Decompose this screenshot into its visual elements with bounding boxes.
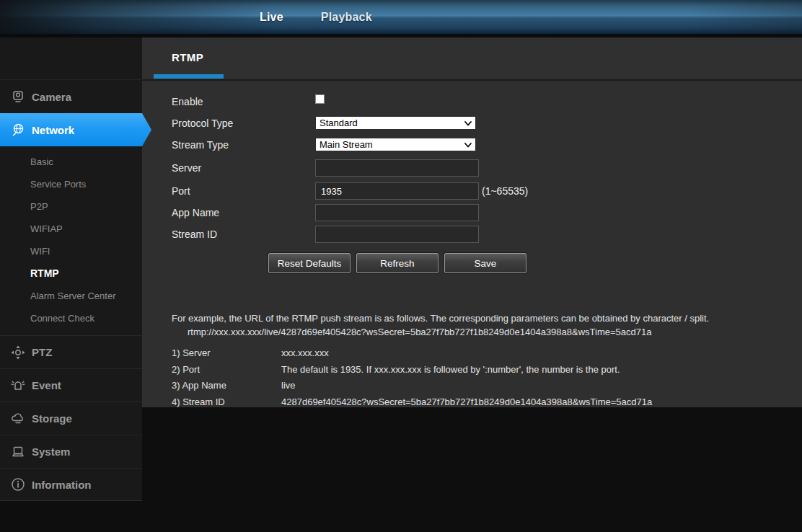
stream-type-label: Stream Type xyxy=(172,139,229,151)
main-tab-header: RTMP xyxy=(142,37,802,79)
sidebar-item-label: PTZ xyxy=(32,346,52,358)
port-label: Port xyxy=(172,185,190,197)
sidebar-item-label: Information xyxy=(32,479,92,491)
sidebar-subitem-connect-check[interactable]: Connect Check xyxy=(0,307,142,329)
sidebar-subitem-basic[interactable]: Basic xyxy=(0,151,142,173)
sidebar-item-label: Network xyxy=(32,124,74,136)
ptz-icon xyxy=(10,345,26,360)
stream-type-value: Main Stream xyxy=(320,139,373,150)
list-item: 2) Port The default is 1935. If xxx.xxx.… xyxy=(172,362,777,378)
stream-id-input[interactable] xyxy=(315,226,479,243)
enable-checkbox[interactable] xyxy=(315,94,325,104)
help-item-label: 3) App Name xyxy=(172,378,281,394)
tab-rtmp[interactable]: RTMP xyxy=(172,51,203,63)
top-tabs: Live Playback xyxy=(260,0,372,34)
rtmp-settings-panel: Enable Protocol Type Standard Stream Typ… xyxy=(142,79,802,407)
help-item-label: 2) Port xyxy=(172,362,281,378)
help-example-url: rtmp://xxx.xxx.xxx/live/4287d69ef405428c… xyxy=(172,325,777,339)
sidebar-item-label: Event xyxy=(32,379,61,391)
information-icon xyxy=(10,476,26,492)
sidebar-subitem-rtmp[interactable]: RTMP xyxy=(0,262,142,285)
help-item-value: live xyxy=(281,378,777,394)
sidebar-subitem-service-ports[interactable]: Service Ports xyxy=(0,173,142,195)
stream-id-label: Stream ID xyxy=(172,229,217,240)
sidebar-subitem-alarm-server-center[interactable]: Alarm Server Center xyxy=(0,285,142,307)
server-label: Server xyxy=(172,162,201,174)
app-name-label: App Name xyxy=(172,207,219,218)
camera-icon xyxy=(10,89,26,105)
sidebar-item-information[interactable]: Information xyxy=(0,468,142,501)
sidebar-subitem-wifiap[interactable]: WIFIAP xyxy=(0,218,142,240)
system-computer-icon xyxy=(10,444,26,460)
help-intro-line: For example, the URL of the RTMP push st… xyxy=(172,311,777,325)
tab-active-underline xyxy=(154,74,224,79)
port-input[interactable] xyxy=(315,182,479,200)
refresh-button[interactable]: Refresh xyxy=(356,253,439,273)
sidebar-item-storage[interactable]: Storage xyxy=(0,402,142,435)
help-item-label: 4) Stream ID xyxy=(172,394,281,411)
app-name-input[interactable] xyxy=(315,204,479,221)
sidebar-item-label: Camera xyxy=(32,91,71,103)
event-alarm-icon xyxy=(10,378,26,394)
save-button[interactable]: Save xyxy=(444,253,526,273)
protocol-type-select[interactable]: Standard xyxy=(315,116,476,130)
protocol-type-value: Standard xyxy=(320,118,358,128)
sidebar-item-camera[interactable]: Camera xyxy=(0,79,142,113)
sidebar-subitem-wifi[interactable]: WIFI xyxy=(0,240,142,262)
sidebar-top-spacer xyxy=(0,37,142,79)
help-item-value: The default is 1935. If xxx.xxx.xxx is f… xyxy=(281,362,777,378)
protocol-type-label: Protocol Type xyxy=(172,118,233,129)
list-item: 1) Server xxx.xxx.xxx xyxy=(172,345,777,362)
chevron-down-icon xyxy=(464,141,472,149)
server-input[interactable] xyxy=(315,159,479,177)
storage-cloud-icon xyxy=(10,411,26,427)
list-item: 4) Stream ID 4287d69ef405428c?wsSecret=5… xyxy=(172,394,777,411)
help-item-value: 4287d69ef405428c?wsSecret=5ba27f7bb727f1… xyxy=(281,394,777,411)
sidebar-item-network[interactable]: Network xyxy=(0,113,142,146)
chevron-down-icon xyxy=(464,119,472,128)
reset-defaults-button[interactable]: Reset Defaults xyxy=(268,253,351,273)
sidebar-item-label: Storage xyxy=(32,412,72,425)
sidebar-item-event[interactable]: Event xyxy=(0,368,142,402)
help-item-value: xxx.xxx.xxx xyxy=(281,345,777,362)
port-range-hint: (1~65535) xyxy=(482,185,528,197)
sidebar-item-ptz[interactable]: PTZ xyxy=(0,335,142,368)
sidebar-item-system[interactable]: System xyxy=(0,435,142,468)
list-item: 3) App Name live xyxy=(172,378,777,394)
network-icon xyxy=(10,122,26,138)
sidebar-item-label: System xyxy=(32,445,70,458)
help-parameter-list: 1) Server xxx.xxx.xxx 2) Port The defaul… xyxy=(172,345,777,410)
tab-live[interactable]: Live xyxy=(260,11,283,24)
rtmp-help-text: For example, the URL of the RTMP push st… xyxy=(172,311,777,410)
stream-type-select[interactable]: Main Stream xyxy=(315,138,476,151)
help-item-label: 1) Server xyxy=(172,345,281,362)
page: Live Playback RTMP Enable Protocol Type … xyxy=(0,0,802,532)
enable-label: Enable xyxy=(172,96,203,107)
sidebar: Camera Network Basic Service Ports P2P W… xyxy=(0,37,142,501)
tab-playback[interactable]: Playback xyxy=(321,11,372,24)
network-submenu: Basic Service Ports P2P WIFIAP WIFI RTMP… xyxy=(0,146,142,335)
top-navigation-bar: Live Playback xyxy=(0,0,802,34)
sidebar-subitem-p2p[interactable]: P2P xyxy=(0,195,142,218)
